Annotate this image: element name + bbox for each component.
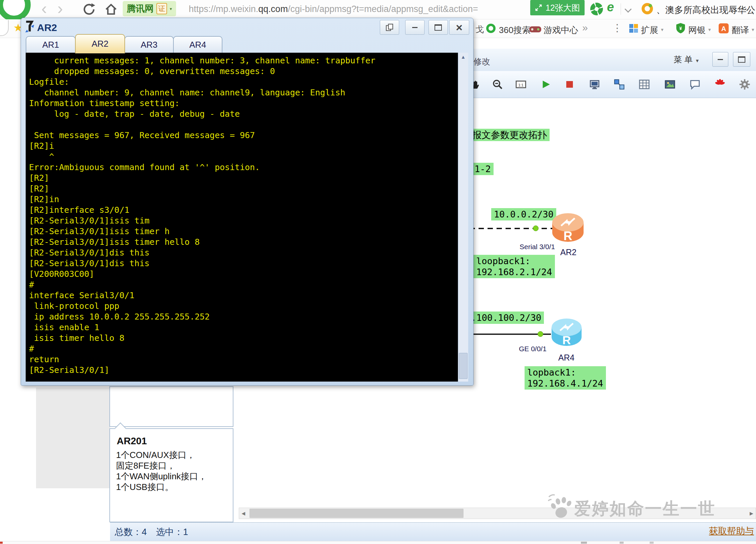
status-total: 总数：4 xyxy=(115,526,147,538)
maximize-icon xyxy=(738,56,745,63)
gamepad-icon xyxy=(529,26,542,34)
aperture-extension-icon[interactable] xyxy=(590,3,603,15)
label-loopback-ar4[interactable]: lopback1:192.168.4.1/24 xyxy=(525,366,606,390)
device-panel-block xyxy=(36,388,110,488)
annotation-range[interactable]: 1-2 xyxy=(472,163,494,175)
terminal-output[interactable]: current messages: 1, channel number: 3, … xyxy=(26,53,458,382)
toolbar-divider xyxy=(621,3,621,15)
site-identity-badge[interactable]: 腾讯网 证 ▾ xyxy=(123,1,176,16)
console-maximize-button[interactable] xyxy=(429,20,448,35)
device-name-ar4: AR4 xyxy=(558,353,575,363)
ie-compat-icon[interactable]: e xyxy=(607,0,614,14)
svg-text:1:1: 1:1 xyxy=(518,83,524,87)
device-interface-box xyxy=(109,386,233,427)
interface-up-dot-ar4 xyxy=(538,331,543,337)
screen: 修改 菜 单 ▼ 1:1 报文参数更改拓扑 xyxy=(0,0,756,544)
bookmark-partial-item[interactable]: 戈 xyxy=(476,24,484,35)
bottom-strip-mark xyxy=(620,542,624,544)
tab-ar4[interactable]: AR4 xyxy=(173,36,222,53)
zoom-out-icon[interactable] xyxy=(490,77,505,92)
address-bar[interactable]: https://mp.weixin.qq.com/cgi-bin/appmsg?… xyxy=(189,4,478,14)
hscroll-thumb[interactable] xyxy=(249,509,464,518)
svg-text:¥: ¥ xyxy=(679,26,682,31)
grid-icon[interactable] xyxy=(637,77,652,92)
status-bar: 总数：4 选中：1 xyxy=(110,522,756,541)
hscroll-left-arrow[interactable]: ◀ xyxy=(239,508,248,519)
device-tip-title: AR201 xyxy=(117,436,147,447)
close-icon: × xyxy=(456,21,463,34)
home-button[interactable] xyxy=(104,2,118,18)
annotation-topology-title[interactable]: 报文参数更改拓扑 xyxy=(470,129,550,141)
menu-caret-icon: ▼ xyxy=(695,58,700,63)
console-window-title: AR2 xyxy=(37,22,57,33)
badge-caret-icon: ▾ xyxy=(170,6,172,11)
scroll-up-icon[interactable]: ▲ xyxy=(458,53,468,61)
actual-size-icon[interactable]: 1:1 xyxy=(514,77,528,92)
tab-ar2[interactable]: AR2 xyxy=(75,34,125,53)
logo-tail-shape xyxy=(0,20,9,36)
maximize-icon xyxy=(435,24,442,31)
extensions-item[interactable]: 扩展 xyxy=(641,24,658,36)
paw-icon xyxy=(548,493,574,523)
ensp-menu-button[interactable]: 菜 单 ▼ xyxy=(674,54,700,65)
bottom-strip xyxy=(0,541,756,544)
capture-monitor-icon[interactable] xyxy=(587,77,602,92)
certificate-icon: 证 xyxy=(156,3,167,14)
search-engine-logo[interactable] xyxy=(642,3,653,14)
translate-item[interactable]: 翻译 xyxy=(732,24,749,36)
console-window: AR2 × AR1 AR2 AR3 AR4 current messages: … xyxy=(21,18,474,386)
toolbar-dropdown-caret[interactable] xyxy=(626,7,631,13)
interface-up-dot-ar2 xyxy=(533,225,539,231)
back-button[interactable]: ‹ xyxy=(41,1,47,16)
huawei-logo xyxy=(713,77,727,92)
router-ar2[interactable]: R xyxy=(552,212,584,244)
status-selected: 选中：1 xyxy=(156,526,188,538)
bottom-strip-red-mark xyxy=(0,542,3,544)
label-ip-ar4[interactable]: .100.100.2/30 xyxy=(468,312,544,324)
browser-toolbar: ‹ › 腾讯网 证 ▾ https://mp.weixin.qq.com/cgi… xyxy=(0,0,756,19)
device-tip-text: 1个CON/AUX接口， 固定8FE接口， 1个WAN侧uplink接口， 1个… xyxy=(116,450,207,492)
site-name: 腾讯网 xyxy=(127,3,154,15)
bookmarks-overflow-chevron[interactable]: » xyxy=(582,22,588,33)
svg-text:A: A xyxy=(721,25,726,32)
help-link[interactable]: 获取帮助与 xyxy=(709,525,754,537)
topology-icon[interactable] xyxy=(612,77,627,92)
reload-button[interactable] xyxy=(82,2,96,18)
translate-icon: A xyxy=(718,23,729,35)
terminal-scrollbar[interactable]: ▲ ▼ xyxy=(458,53,468,382)
forward-button[interactable]: › xyxy=(57,1,63,16)
hscroll-right-arrow[interactable]: ▶ xyxy=(747,508,756,519)
extensions-caret-icon: ▾ xyxy=(661,27,664,33)
tab-ar3[interactable]: AR3 xyxy=(124,36,174,53)
bottom-strip-mark xyxy=(650,542,654,544)
ensp-modify-label: 修改 xyxy=(474,56,490,67)
console-minimize-button[interactable] xyxy=(405,20,425,35)
expand-icon xyxy=(535,4,542,11)
extensions-icon xyxy=(629,24,638,33)
bookmark-game-center[interactable]: 游戏中心 xyxy=(544,24,578,36)
console-close-button[interactable]: × xyxy=(449,20,469,35)
router-ar4[interactable]: R xyxy=(550,318,583,348)
scrollbar-thumb[interactable] xyxy=(459,353,468,379)
label-ip-ar2[interactable]: 10.0.0.2/30 xyxy=(491,208,556,220)
iface-label-ar4: GE 0/0/1 xyxy=(519,345,547,353)
ensp-minimize-button[interactable] xyxy=(712,52,728,67)
message-bubble-icon[interactable] xyxy=(688,77,702,92)
big-images-badge[interactable]: 12张大图 xyxy=(530,0,585,15)
ensp-maximize-button[interactable] xyxy=(733,52,750,67)
label-loopback-ar2[interactable]: loopback1:192.168.2.1/24 xyxy=(474,255,555,278)
settings-gear-icon[interactable] xyxy=(737,77,752,92)
bookmark-search-360[interactable]: 360搜索 xyxy=(499,24,531,36)
netbank-item[interactable]: 网银 xyxy=(688,24,706,36)
stop-devices-button[interactable] xyxy=(562,77,577,92)
search-360-icon xyxy=(486,24,496,33)
start-devices-button[interactable] xyxy=(538,77,553,92)
minimize-icon xyxy=(412,27,418,28)
tab-ar1[interactable]: AR1 xyxy=(26,36,76,53)
hot-search-text[interactable]: 、澳多所高校出现辱华公 xyxy=(656,4,755,16)
console-copy-button[interactable] xyxy=(380,20,399,35)
image-icon[interactable] xyxy=(663,77,677,92)
kebab-menu-icon[interactable]: ⋮ xyxy=(612,22,622,34)
console-window-icon xyxy=(24,21,35,35)
netbank-caret-icon: ▾ xyxy=(708,27,711,33)
